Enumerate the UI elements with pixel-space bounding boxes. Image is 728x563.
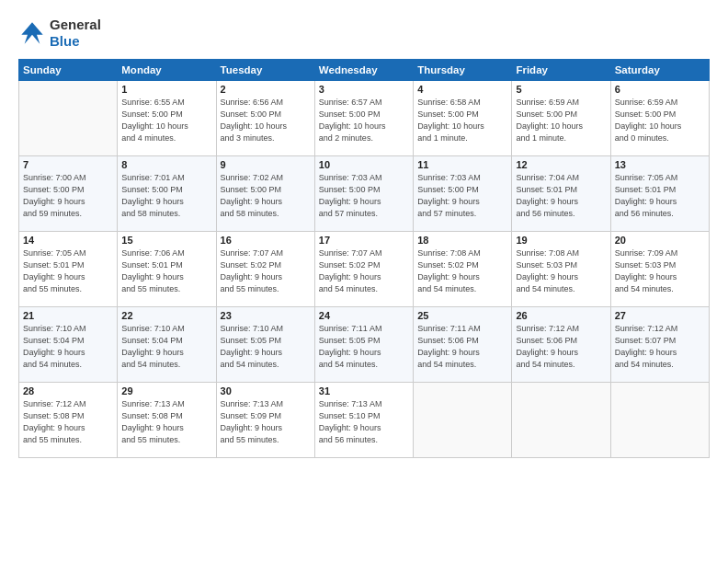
calendar-cell: 7Sunrise: 7:00 AMSunset: 5:00 PMDaylight…: [19, 156, 118, 232]
day-number: 26: [516, 310, 606, 321]
day-info: Sunrise: 6:57 AMSunset: 5:00 PMDaylight:…: [319, 97, 409, 144]
day-info: Sunrise: 7:10 AMSunset: 5:04 PMDaylight:…: [23, 323, 113, 371]
calendar-cell: 13Sunrise: 7:05 AMSunset: 5:01 PMDayligh…: [610, 156, 709, 232]
weekday-header: Saturday: [610, 60, 709, 81]
calendar-cell: 3Sunrise: 6:57 AMSunset: 5:00 PMDaylight…: [314, 81, 413, 156]
day-number: 2: [221, 84, 311, 95]
day-info: Sunrise: 7:12 AMSunset: 5:07 PMDaylight:…: [615, 323, 705, 371]
header: General Blue: [18, 17, 710, 50]
logo-icon: [18, 19, 46, 47]
weekday-header: Sunday: [19, 60, 118, 81]
calendar-week-row: 7Sunrise: 7:00 AMSunset: 5:00 PMDaylight…: [19, 156, 710, 232]
calendar-cell: 4Sunrise: 6:58 AMSunset: 5:00 PMDaylight…: [414, 81, 512, 156]
calendar-cell: [414, 383, 512, 458]
weekday-header: Thursday: [414, 60, 512, 81]
day-number: 1: [121, 84, 211, 95]
day-info: Sunrise: 7:10 AMSunset: 5:04 PMDaylight:…: [121, 323, 211, 371]
day-number: 8: [121, 159, 211, 170]
day-info: Sunrise: 7:12 AMSunset: 5:08 PMDaylight:…: [23, 398, 113, 446]
day-info: Sunrise: 7:12 AMSunset: 5:06 PMDaylight:…: [516, 323, 606, 371]
weekday-header: Wednesday: [314, 60, 413, 81]
calendar-week-row: 28Sunrise: 7:12 AMSunset: 5:08 PMDayligh…: [19, 383, 710, 458]
calendar-cell: 2Sunrise: 6:56 AMSunset: 5:00 PMDaylight…: [216, 81, 314, 156]
calendar-cell: 9Sunrise: 7:02 AMSunset: 5:00 PMDaylight…: [216, 156, 314, 232]
calendar-cell: 6Sunrise: 6:59 AMSunset: 5:00 PMDaylight…: [610, 81, 709, 156]
calendar-cell: 1Sunrise: 6:55 AMSunset: 5:00 PMDaylight…: [118, 81, 216, 156]
calendar-cell: 19Sunrise: 7:08 AMSunset: 5:03 PMDayligh…: [512, 232, 610, 307]
day-number: 7: [23, 159, 113, 170]
day-info: Sunrise: 7:10 AMSunset: 5:05 PMDaylight:…: [221, 323, 311, 371]
calendar-cell: 5Sunrise: 6:59 AMSunset: 5:00 PMDaylight…: [512, 81, 610, 156]
calendar-cell: 24Sunrise: 7:11 AMSunset: 5:05 PMDayligh…: [314, 307, 413, 383]
day-info: Sunrise: 7:05 AMSunset: 5:01 PMDaylight:…: [23, 247, 113, 295]
day-number: 13: [615, 159, 705, 170]
day-number: 19: [516, 235, 606, 246]
day-info: Sunrise: 7:09 AMSunset: 5:03 PMDaylight:…: [615, 247, 705, 295]
day-info: Sunrise: 7:07 AMSunset: 5:02 PMDaylight:…: [221, 247, 311, 295]
day-number: 14: [23, 235, 113, 246]
weekday-header: Friday: [512, 60, 610, 81]
day-number: 12: [516, 159, 606, 170]
day-number: 6: [615, 84, 705, 95]
day-number: 10: [319, 159, 409, 170]
calendar-cell: 23Sunrise: 7:10 AMSunset: 5:05 PMDayligh…: [216, 307, 314, 383]
day-info: Sunrise: 7:03 AMSunset: 5:00 PMDaylight:…: [319, 172, 409, 220]
calendar-cell: 29Sunrise: 7:13 AMSunset: 5:08 PMDayligh…: [118, 383, 216, 458]
day-info: Sunrise: 7:08 AMSunset: 5:03 PMDaylight:…: [516, 247, 606, 295]
day-info: Sunrise: 6:55 AMSunset: 5:00 PMDaylight:…: [121, 97, 211, 144]
day-number: 24: [319, 310, 409, 321]
day-number: 22: [121, 310, 211, 321]
day-number: 20: [615, 235, 705, 246]
calendar-cell: 15Sunrise: 7:06 AMSunset: 5:01 PMDayligh…: [118, 232, 216, 307]
calendar-table: SundayMondayTuesdayWednesdayThursdayFrid…: [18, 59, 710, 458]
day-info: Sunrise: 6:58 AMSunset: 5:00 PMDaylight:…: [417, 97, 507, 144]
day-number: 27: [615, 310, 705, 321]
day-number: 15: [121, 235, 211, 246]
calendar-cell: 27Sunrise: 7:12 AMSunset: 5:07 PMDayligh…: [610, 307, 709, 383]
day-info: Sunrise: 7:06 AMSunset: 5:01 PMDaylight:…: [121, 247, 211, 295]
day-info: Sunrise: 7:13 AMSunset: 5:09 PMDaylight:…: [221, 398, 311, 446]
page: General Blue SundayMondayTuesdayWednesda…: [0, 0, 728, 563]
logo-text: General Blue: [50, 17, 101, 50]
day-number: 18: [417, 235, 507, 246]
day-info: Sunrise: 7:13 AMSunset: 5:10 PMDaylight:…: [319, 398, 409, 446]
day-number: 3: [319, 84, 409, 95]
calendar-cell: 14Sunrise: 7:05 AMSunset: 5:01 PMDayligh…: [19, 232, 118, 307]
calendar-cell: 26Sunrise: 7:12 AMSunset: 5:06 PMDayligh…: [512, 307, 610, 383]
calendar-cell: [19, 81, 118, 156]
calendar-cell: 16Sunrise: 7:07 AMSunset: 5:02 PMDayligh…: [216, 232, 314, 307]
calendar-cell: 20Sunrise: 7:09 AMSunset: 5:03 PMDayligh…: [610, 232, 709, 307]
calendar-cell: 30Sunrise: 7:13 AMSunset: 5:09 PMDayligh…: [216, 383, 314, 458]
day-number: 29: [121, 385, 211, 396]
calendar-cell: 28Sunrise: 7:12 AMSunset: 5:08 PMDayligh…: [19, 383, 118, 458]
calendar-cell: 11Sunrise: 7:03 AMSunset: 5:00 PMDayligh…: [414, 156, 512, 232]
day-number: 16: [221, 235, 311, 246]
day-number: 4: [417, 84, 507, 95]
day-number: 23: [221, 310, 311, 321]
day-info: Sunrise: 7:05 AMSunset: 5:01 PMDaylight:…: [615, 172, 705, 220]
day-info: Sunrise: 6:59 AMSunset: 5:00 PMDaylight:…: [615, 97, 705, 144]
calendar-week-row: 14Sunrise: 7:05 AMSunset: 5:01 PMDayligh…: [19, 232, 710, 307]
day-info: Sunrise: 7:13 AMSunset: 5:08 PMDaylight:…: [121, 398, 211, 446]
day-info: Sunrise: 7:03 AMSunset: 5:00 PMDaylight:…: [417, 172, 507, 220]
day-info: Sunrise: 7:11 AMSunset: 5:06 PMDaylight:…: [417, 323, 507, 371]
day-info: Sunrise: 7:07 AMSunset: 5:02 PMDaylight:…: [319, 247, 409, 295]
day-info: Sunrise: 6:59 AMSunset: 5:00 PMDaylight:…: [516, 97, 606, 144]
calendar-cell: [512, 383, 610, 458]
day-number: 17: [319, 235, 409, 246]
day-info: Sunrise: 7:08 AMSunset: 5:02 PMDaylight:…: [417, 247, 507, 295]
day-number: 11: [417, 159, 507, 170]
day-info: Sunrise: 7:11 AMSunset: 5:05 PMDaylight:…: [319, 323, 409, 371]
calendar-week-row: 21Sunrise: 7:10 AMSunset: 5:04 PMDayligh…: [19, 307, 710, 383]
calendar-cell: [610, 383, 709, 458]
day-info: Sunrise: 7:01 AMSunset: 5:00 PMDaylight:…: [121, 172, 211, 220]
calendar-cell: 18Sunrise: 7:08 AMSunset: 5:02 PMDayligh…: [414, 232, 512, 307]
day-info: Sunrise: 7:04 AMSunset: 5:01 PMDaylight:…: [516, 172, 606, 220]
day-number: 9: [221, 159, 311, 170]
weekday-header: Monday: [118, 60, 216, 81]
calendar-cell: 10Sunrise: 7:03 AMSunset: 5:00 PMDayligh…: [314, 156, 413, 232]
weekday-header: Tuesday: [216, 60, 314, 81]
day-info: Sunrise: 7:02 AMSunset: 5:00 PMDaylight:…: [221, 172, 311, 220]
calendar-cell: 25Sunrise: 7:11 AMSunset: 5:06 PMDayligh…: [414, 307, 512, 383]
calendar-cell: 8Sunrise: 7:01 AMSunset: 5:00 PMDaylight…: [118, 156, 216, 232]
